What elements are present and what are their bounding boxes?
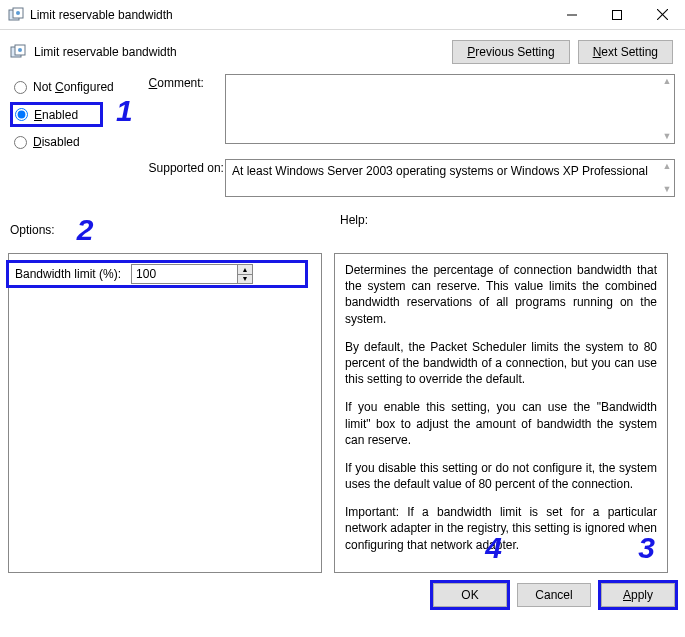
radio-not-configured-input[interactable] [14, 81, 27, 94]
close-button[interactable] [639, 0, 685, 30]
window-title: Limit reservable bandwidth [30, 8, 549, 22]
radio-enabled-input[interactable] [15, 108, 28, 121]
bandwidth-limit-input[interactable] [131, 264, 237, 284]
annotation-2: 2 [77, 213, 94, 247]
supported-on-box: At least Windows Server 2003 operating s… [225, 159, 675, 197]
supported-on-text: At least Windows Server 2003 operating s… [232, 164, 648, 178]
radio-label: Not Configured [33, 80, 114, 94]
radio-label: Disabled [33, 135, 80, 149]
annotation-highlight-bandwidth: Bandwidth limit (%): ▲ ▼ [6, 260, 308, 288]
title-bar: Limit reservable bandwidth [0, 0, 685, 30]
help-paragraph: Important: If a bandwidth limit is set f… [345, 504, 657, 553]
comment-textarea[interactable]: ▲ ▼ [225, 74, 675, 144]
radio-disabled[interactable]: Disabled [10, 131, 149, 153]
apply-button[interactable]: Apply [601, 583, 675, 607]
policy-header: Limit reservable bandwidth Previous Sett… [0, 30, 685, 74]
help-paragraph: If you enable this setting, you can use … [345, 399, 657, 448]
options-panel: Bandwidth limit (%): ▲ ▼ [8, 253, 322, 573]
previous-setting-button[interactable]: Previous Setting [452, 40, 569, 64]
minimize-button[interactable] [549, 0, 594, 30]
comment-label: Comment: [149, 74, 225, 90]
supported-on-label: Supported on: [149, 159, 225, 175]
svg-rect-4 [612, 10, 621, 19]
radio-label: Enabled [34, 108, 78, 122]
cancel-button[interactable]: Cancel [517, 583, 591, 607]
help-label: Help: [340, 213, 675, 247]
help-panel: Determines the percentage of connection … [334, 253, 668, 573]
bandwidth-limit-spinner[interactable]: ▲ ▼ [131, 264, 253, 284]
scroll-down-icon[interactable]: ▼ [662, 132, 672, 141]
maximize-button[interactable] [594, 0, 639, 30]
annotation-highlight-enabled: Enabled [10, 102, 103, 127]
ok-button[interactable]: OK [433, 583, 507, 607]
scroll-down-icon[interactable]: ▼ [662, 185, 672, 194]
help-paragraph: If you disable this setting or do not co… [345, 460, 657, 492]
svg-point-9 [18, 48, 22, 52]
dialog-footer: OK Cancel Apply [0, 573, 685, 617]
next-setting-button[interactable]: Next Setting [578, 40, 673, 64]
help-paragraph: By default, the Packet Scheduler limits … [345, 339, 657, 388]
policy-title: Limit reservable bandwidth [34, 45, 452, 59]
scroll-up-icon[interactable]: ▲ [662, 162, 672, 171]
svg-point-2 [16, 11, 20, 15]
policy-icon [10, 44, 26, 60]
scroll-up-icon[interactable]: ▲ [662, 77, 672, 86]
radio-not-configured[interactable]: Not Configured [10, 76, 149, 98]
bandwidth-limit-label: Bandwidth limit (%): [15, 267, 121, 281]
spin-up-icon[interactable]: ▲ [238, 265, 252, 275]
spin-down-icon[interactable]: ▼ [238, 275, 252, 284]
app-icon [8, 7, 24, 23]
radio-disabled-input[interactable] [14, 136, 27, 149]
help-paragraph: Determines the percentage of connection … [345, 262, 657, 327]
options-label: Options: [10, 223, 55, 237]
radio-enabled[interactable]: Enabled [15, 104, 78, 126]
